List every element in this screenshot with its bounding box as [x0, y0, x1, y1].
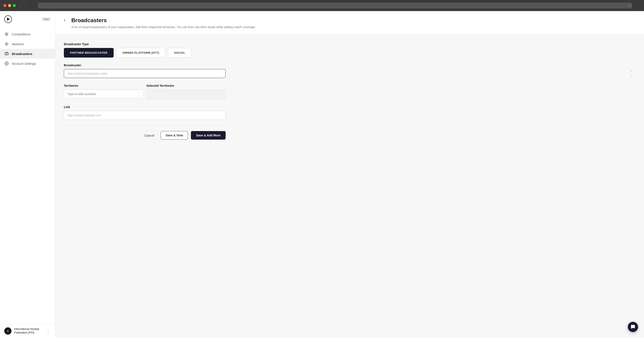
form-divider: [64, 126, 226, 126]
org-avatar: I: [4, 327, 12, 334]
broadcaster-input[interactable]: [64, 69, 226, 78]
link-input[interactable]: [64, 111, 226, 120]
selected-territories-label: Selected Territories: [146, 84, 226, 87]
logo: [4, 15, 12, 23]
window-chrome: ‹ › ↻: [0, 0, 644, 11]
territories-group: Territories ⌃⌄ Selected Territories: [64, 84, 636, 99]
sidebar-item-matches-label: Matches: [12, 42, 24, 46]
broadcaster-type-label: Broadcaster Type: [64, 42, 636, 46]
sidebar-item-account-settings[interactable]: Account Settings: [0, 59, 55, 68]
org-name: International Hockey Federation (FIH): [14, 327, 43, 334]
matches-icon: [4, 42, 9, 46]
broadcasters-icon: [4, 51, 9, 56]
svg-marker-1: [5, 42, 8, 46]
save-view-button[interactable]: Save & View: [161, 131, 188, 140]
close-button[interactable]: [4, 4, 6, 7]
sidebar: Beta Competitions Matches: [0, 11, 55, 338]
territories-row: Territories ⌃⌄ Selected Territories: [64, 84, 226, 99]
broadcaster-group: Broadcaster ⌃⌄: [64, 64, 636, 78]
svg-rect-2: [5, 53, 8, 55]
territories-label: Territories: [64, 84, 143, 87]
form-container: Broadcaster Type PARTNER BROADCASTER OWN…: [55, 35, 644, 147]
link-label: Link: [64, 105, 636, 109]
forward-browser-button[interactable]: ›: [24, 3, 28, 8]
maximize-button[interactable]: [13, 4, 16, 7]
page-subtitle: A list of usual broadcasters of your org…: [71, 25, 256, 29]
selected-territories-col: Selected Territories: [146, 84, 226, 99]
more-options-button[interactable]: ⋮: [45, 328, 51, 334]
type-social-button[interactable]: SOCIAL: [168, 48, 191, 58]
territories-select-wrapper: ⌃⌄: [64, 90, 143, 98]
sidebar-nav: Competitions Matches Broadcasters: [0, 27, 55, 324]
sidebar-header: Beta: [0, 11, 55, 27]
sidebar-item-competitions[interactable]: Competitions: [0, 29, 55, 39]
type-buttons: PARTNER BROADCASTER OWNED PLATFORM (OTT)…: [64, 48, 636, 58]
territories-col: Territories ⌃⌄: [64, 84, 143, 99]
reload-icon[interactable]: ↻: [628, 4, 631, 8]
broadcaster-chevron-icon: ⌃⌄: [630, 71, 632, 77]
svg-point-3: [6, 54, 7, 54]
settings-icon: [4, 61, 9, 66]
sidebar-item-account-settings-label: Account Settings: [12, 62, 36, 65]
logo-icon: [4, 15, 12, 23]
broadcaster-label: Broadcaster: [64, 64, 636, 67]
type-partner-button[interactable]: PARTNER BROADCASTER: [64, 48, 114, 58]
selected-territories-box: [146, 90, 226, 99]
address-bar[interactable]: [38, 3, 632, 9]
app: Beta Competitions Matches: [0, 11, 644, 338]
traffic-lights: [4, 4, 16, 7]
beta-badge: Beta: [42, 17, 51, 21]
type-owned-button[interactable]: OWNED PLATFORM (OTT): [116, 48, 165, 58]
minimize-button[interactable]: [8, 4, 11, 7]
save-add-button[interactable]: Save & Add More: [191, 131, 226, 140]
back-browser-button[interactable]: ‹: [19, 3, 23, 8]
broadcaster-type-group: Broadcaster Type PARTNER BROADCASTER OWN…: [64, 42, 636, 58]
sidebar-item-matches[interactable]: Matches: [0, 39, 55, 49]
browser-nav: ‹ ›: [19, 3, 28, 8]
sidebar-item-broadcasters-label: Broadcasters: [12, 52, 32, 56]
sidebar-item-broadcasters[interactable]: Broadcasters: [0, 49, 55, 59]
action-buttons: Cancel Save & View Save & Add More: [64, 131, 226, 140]
header-text: Broadcasters A list of usual broadcaster…: [71, 17, 256, 29]
link-group: Link: [64, 105, 636, 120]
cancel-button[interactable]: Cancel: [141, 131, 158, 139]
content-header: ‹ Broadcasters A list of usual broadcast…: [55, 11, 644, 35]
broadcaster-select-wrapper: ⌃⌄: [64, 69, 636, 78]
play-icon: [7, 18, 10, 21]
svg-point-0: [6, 33, 8, 34]
main-content: ‹ Broadcasters A list of usual broadcast…: [55, 11, 644, 338]
chat-icon: [630, 324, 635, 329]
back-button[interactable]: ‹: [64, 18, 67, 23]
sidebar-footer: I International Hockey Federation (FIH) …: [0, 324, 55, 338]
territories-input[interactable]: [64, 90, 143, 98]
chat-fab-button[interactable]: [628, 322, 638, 332]
sidebar-item-competitions-label: Competitions: [12, 32, 31, 36]
page-title: Broadcasters: [71, 17, 256, 24]
svg-point-4: [6, 63, 7, 64]
competitions-icon: [4, 32, 9, 37]
